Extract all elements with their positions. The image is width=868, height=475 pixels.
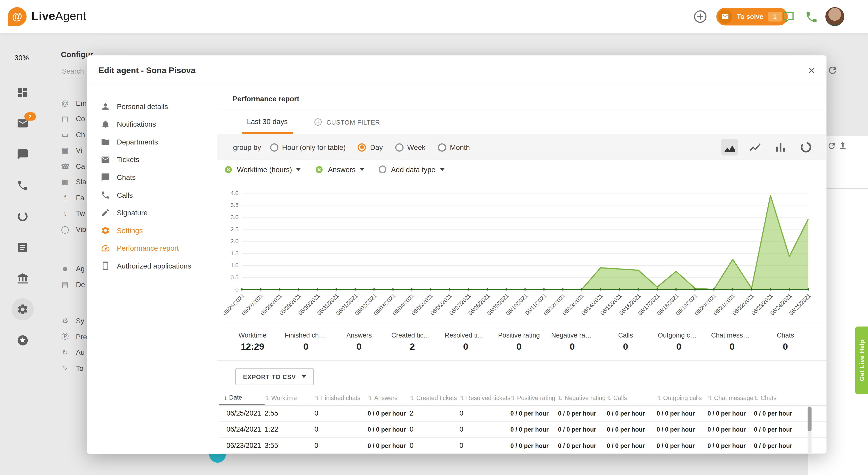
modal-nav-performance-report[interactable]: Performance report [87,239,217,257]
modal-nav-personal-details[interactable]: Personal details [87,97,217,115]
remove-datatype-icon[interactable] [224,165,232,174]
upload-icon[interactable] [838,141,847,150]
table-scrollbar[interactable] [808,406,812,454]
modal-nav-chats[interactable]: Chats [87,168,217,186]
remove-datatype-icon[interactable] [315,165,323,174]
calls-button[interactable] [805,10,818,24]
datatype-chip-answers[interactable]: Answers [315,165,365,174]
chevron-down-icon[interactable] [297,168,301,171]
chats-button[interactable] [782,10,795,24]
tab-last-30-days[interactable]: Last 30 days [242,110,292,134]
svg-text:4.0: 4.0 [230,190,239,196]
chevron-down-icon[interactable] [440,168,444,171]
export-to-csv-button[interactable]: EXPORT TO CSV [235,368,314,385]
star-circle-icon [17,335,29,347]
tab-custom-filter[interactable]: CUSTOM FILTER [314,110,380,134]
table-cell: 0 / 0 per hour [558,426,607,433]
table-cell: 0 / 0 per hour [754,410,806,417]
radio-icon[interactable] [270,143,278,152]
col-header-negative-rating[interactable]: ⇅Negative rating [558,391,607,405]
sort-desc-icon: ↓ [224,394,227,401]
modal-nav-signature[interactable]: Signature [87,204,217,221]
chevron-down-icon [301,375,306,378]
close-icon[interactable]: × [808,64,815,75]
col-header-positive-rating[interactable]: ⇅Positive rating [510,391,558,405]
data-type-row: Worktime (hours)Answers Add data type [217,160,827,179]
col-header-finished-chats[interactable]: ⇅Finished chats [314,391,368,405]
linechart-toggle[interactable] [747,139,763,156]
sort-icon: ⇅ [558,395,562,401]
col-header-chat-message[interactable]: ⇅Chat message [708,391,754,405]
table-cell: 0 / 0 per hour [368,426,410,433]
envelope-icon [101,155,110,164]
radio-icon[interactable] [358,143,366,152]
person-icon [101,101,110,111]
sidebar-phone-button[interactable] [17,179,29,191]
gauge-icon [101,243,110,252]
modal-nav-notifications[interactable]: Notifications [87,115,217,133]
reload-icon[interactable] [827,141,836,150]
sidebar-chats-button[interactable] [17,148,29,160]
modal-nav-departments[interactable]: Departments [87,133,217,151]
sidebar-reports-button[interactable] [17,210,29,223]
areachart-toggle[interactable] [721,139,738,156]
col-header-answers[interactable]: ⇅Answers [368,391,410,405]
col-header-worktime[interactable]: ⇅Worktime [265,391,315,405]
table-row[interactable]: 06/23/20213:5500 / 0 per hour000 / 0 per… [219,438,826,454]
groupby-option-hour-only-for-table[interactable]: Hour (only for table) [270,143,346,152]
svg-text:0.5: 0.5 [230,274,239,281]
to-solve-button[interactable]: To solve 1 [716,8,787,26]
modal-nav-tickets[interactable]: Tickets [87,151,217,168]
col-header-resolved-tickets[interactable]: ⇅Resolved tickets [460,391,510,405]
phone-icon [101,190,110,199]
add-data-type-control[interactable]: Add data type [379,165,444,174]
modal-nav-settings[interactable]: Settings [87,221,217,239]
groupby-option-week[interactable]: Week [395,143,426,152]
table-cell: 0 / 0 per hour [656,410,708,417]
modal-nav-calls[interactable]: Calls [87,186,217,204]
user-avatar[interactable] [825,7,844,26]
create-new-button[interactable] [693,9,708,24]
at-icon: @ [61,99,69,107]
table-cell: 2 [410,410,460,417]
modal-nav-authorized-applications[interactable]: Authorized applications [87,257,217,275]
sidebar-bank-button[interactable] [17,273,29,285]
piechart-toggle[interactable] [798,139,814,156]
col-header-chats[interactable]: ⇅Chats [754,391,806,405]
table-cell: 0 / 0 per hour [656,442,708,449]
barchart-toggle[interactable] [772,139,789,156]
sidebar-addons-button[interactable] [17,335,29,347]
col-header-created-tickets[interactable]: ⇅Created tickets [410,391,460,405]
radio-icon[interactable] [395,143,403,152]
sidebar-tickets-button[interactable] [17,242,29,254]
app: Configur Search @Em▤Co▭Ch▣Vi☎Ca▦SlafFatT… [0,0,868,475]
radio-icon[interactable] [438,143,446,152]
col-header-calls[interactable]: ⇅Calls [607,391,656,405]
get-live-help-tab[interactable]: Get Live Help [855,327,868,394]
svg-text:2.5: 2.5 [230,226,239,232]
sidebar-dashboard-button[interactable] [17,86,29,98]
gear-icon [17,304,29,316]
groupby-option-day[interactable]: Day [358,143,383,152]
table-row[interactable]: 06/24/20211:2200 / 0 per hour000 / 0 per… [219,422,826,438]
scrollbar-thumb[interactable] [808,407,812,431]
table-row[interactable]: 06/25/20212:5500 / 0 per hour200 / 0 per… [219,406,826,422]
col-header-date[interactable]: ↓Date [219,391,265,405]
stat-created-tickets: Created tickets2 [386,331,439,352]
group-by-options: Hour (only for table)DayWeekMonth [270,143,482,152]
groupby-option-month[interactable]: Month [438,143,470,152]
viber-icon: ◯ [61,225,69,233]
radio-icon[interactable] [379,166,387,173]
table-body: 06/25/20212:5500 / 0 per hour200 / 0 per… [219,406,826,454]
donut-icon [17,210,29,223]
sidebar-settings-button[interactable] [17,304,29,316]
report-table: ↓Date⇅Worktime⇅Finished chats⇅Answers⇅Cr… [219,391,826,454]
refresh-button[interactable] [827,65,838,76]
linechart-icon [748,141,762,154]
table-cell: 0 [410,425,460,433]
datatype-chip-worktime-hours[interactable]: Worktime (hours) [224,165,301,174]
table-cell: 0 [314,442,368,449]
col-header-outgoing-calls[interactable]: ⇅Outgoing calls [656,391,708,405]
chevron-down-icon[interactable] [360,168,365,171]
edit-agent-modal: Edit agent - Sona Pisova × Personal deta… [87,55,826,454]
